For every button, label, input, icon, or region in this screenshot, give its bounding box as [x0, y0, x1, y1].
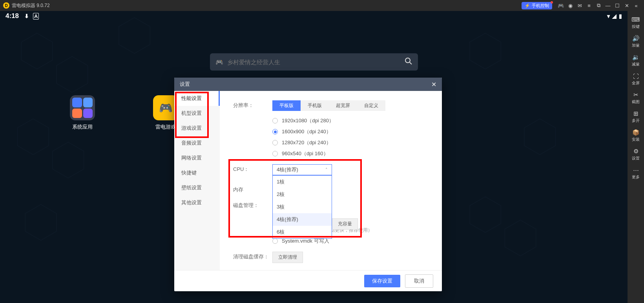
- nav-network[interactable]: 网络设置: [174, 151, 220, 165]
- settings-nav: 性能设置 机型设置 游戏设置 音频设置 网络设置 快捷键 壁纸设置 其他设置: [174, 91, 220, 270]
- app-logo-icon: D: [3, 2, 9, 9]
- dialog-titlebar: 设置 ✕: [174, 78, 442, 91]
- apk-icon: 📦: [632, 129, 640, 136]
- multi-icon: ⊞: [633, 110, 639, 117]
- mail-icon[interactable]: ✉: [575, 1, 584, 10]
- dialog-title: 设置: [180, 81, 190, 88]
- tool-label: 安装: [632, 137, 640, 142]
- maximize-button[interactable]: ☐: [613, 1, 622, 10]
- radio-label: 960x540（dpi 160）: [282, 150, 328, 157]
- phone-control-button[interactable]: ⚡ 手机控制: [522, 2, 552, 9]
- nav-wallpaper[interactable]: 壁纸设置: [174, 180, 220, 195]
- popout-icon[interactable]: ⧉: [594, 1, 603, 10]
- tab-custom[interactable]: 自定义: [357, 100, 385, 111]
- nav-other[interactable]: 其他设置: [174, 195, 220, 210]
- tool-install[interactable]: 📦安装: [628, 126, 644, 145]
- tool-label: 更多: [632, 174, 640, 180]
- window-titlebar: D 雷电模拟器 9.0.72 ⚡ 手机控制 🎮 ◉ ✉ ≡ ⧉ — ☐ ✕ «: [0, 0, 644, 11]
- keyboard-icon: ⌨: [631, 16, 640, 23]
- tab-phone[interactable]: 手机版: [301, 100, 329, 111]
- cpu-option-4[interactable]: 4核(推荐): [273, 213, 332, 226]
- menu-icon[interactable]: ≡: [584, 1, 594, 10]
- chevron-up-icon: ˄: [325, 167, 328, 172]
- search-input[interactable]: [227, 59, 405, 65]
- cpu-dropdown: 1核 2核 3核 4核(推荐) 6核: [272, 175, 332, 239]
- gamepad-icon[interactable]: 🎮: [556, 1, 566, 10]
- nav-audio[interactable]: 音频设置: [174, 136, 220, 151]
- radio-label: 1920x1080（dpi 280）: [282, 117, 334, 124]
- disk-label: 磁盘管理：: [233, 200, 272, 209]
- volume-up-icon: 🔊: [632, 35, 640, 42]
- tab-tablet[interactable]: 平板版: [272, 100, 301, 111]
- cpu-select[interactable]: 4核(推荐) ˄ 1核 2核 3核 4核(推荐) 6核: [272, 164, 332, 175]
- svg-line-1: [410, 62, 412, 64]
- resolution-label: 分辨率：: [233, 100, 272, 109]
- close-window-button[interactable]: ✕: [622, 1, 631, 10]
- search-icon[interactable]: [405, 57, 412, 67]
- tool-label: 多开: [632, 118, 640, 123]
- dialog-footer: 保存设置 取消: [174, 270, 442, 291]
- gamepad-icon: 🎮: [215, 58, 223, 66]
- tool-label: 全屏: [632, 80, 640, 86]
- save-settings-button[interactable]: 保存设置: [364, 275, 400, 287]
- memory-label: 内存: [233, 185, 272, 193]
- android-status-bar: 4:18 ⬇ A ▾ ◢ ▮: [0, 11, 628, 21]
- tool-label: 设置: [632, 156, 640, 161]
- tool-keymap[interactable]: ⌨按键: [628, 13, 644, 32]
- cpu-option-1[interactable]: 1核: [273, 176, 332, 188]
- wifi-icon: ▾: [607, 13, 610, 19]
- tool-multiopen[interactable]: ⊞多开: [628, 107, 644, 126]
- close-dialog-button[interactable]: ✕: [431, 81, 436, 88]
- tool-volume-down[interactable]: 🔉减量: [628, 51, 644, 70]
- settings-dialog: 设置 ✕ 性能设置 机型设置 游戏设置 音频设置 网络设置 快捷键 壁纸设置 其…: [174, 78, 442, 291]
- cpu-selected-value: 4核(推荐): [277, 166, 298, 173]
- nav-game[interactable]: 游戏设置: [174, 121, 220, 136]
- cancel-button[interactable]: 取消: [405, 274, 433, 288]
- system-apps-folder[interactable]: 系统应用: [67, 95, 98, 131]
- app-title: 雷电模拟器 9.0.72: [12, 2, 50, 9]
- cpu-option-3[interactable]: 3核: [273, 201, 332, 213]
- clear-cache-button[interactable]: 立即清理: [272, 252, 303, 263]
- res-1600[interactable]: 1600x900（dpi 240）: [272, 128, 385, 135]
- account-icon[interactable]: ◉: [566, 1, 575, 10]
- signal-icon: ◢: [612, 13, 617, 19]
- nav-model[interactable]: 机型设置: [174, 106, 220, 121]
- tool-volume-up[interactable]: 🔊加量: [628, 32, 644, 51]
- tool-settings[interactable]: ⚙设置: [628, 145, 644, 164]
- volume-down-icon: 🔉: [632, 54, 640, 61]
- search-bar[interactable]: 🎮: [210, 53, 418, 71]
- mini-icon: [83, 98, 93, 107]
- clock: 4:18: [5, 12, 19, 20]
- nav-shortcut[interactable]: 快捷键: [174, 165, 220, 180]
- radio-label: 1280x720（dpi 240）: [282, 139, 331, 146]
- settings-content: 分辨率： 平板版 手机版 超宽屏 自定义 1920x1080（dpi 280） …: [220, 91, 442, 270]
- phone-control-label: 手机控制: [532, 3, 549, 9]
- emulator-desktop: 4:18 ⬇ A ▾ ◢ ▮ 🎮 系统应用: [0, 11, 628, 303]
- gear-icon: ⚙: [633, 148, 639, 155]
- tool-fullscreen[interactable]: ⛶全屏: [628, 70, 644, 89]
- tab-ultrawide[interactable]: 超宽屏: [329, 100, 357, 111]
- expand-capacity-button[interactable]: 充容量: [332, 218, 358, 230]
- resolution-tabs: 平板版 手机版 超宽屏 自定义: [272, 100, 385, 111]
- mini-icon: [83, 109, 93, 118]
- collapse-sidebar-button[interactable]: «: [631, 1, 641, 10]
- res-1280[interactable]: 1280x720（dpi 240）: [272, 139, 385, 146]
- clear-cache-label: 清理磁盘缓存：: [233, 252, 272, 260]
- tool-label: 按键: [632, 24, 640, 29]
- cpu-option-6[interactable]: 6核: [273, 226, 332, 238]
- battery-icon: ▮: [619, 13, 622, 19]
- mini-icon: [72, 98, 82, 107]
- minimize-button[interactable]: —: [603, 1, 613, 10]
- res-960[interactable]: 960x540（dpi 160）: [272, 150, 385, 157]
- tool-more[interactable]: ⋯更多: [628, 164, 644, 183]
- fullscreen-icon: ⛶: [633, 73, 639, 80]
- scissors-icon: ✂: [633, 91, 639, 98]
- tool-label: 截图: [632, 99, 640, 105]
- tool-label: 加量: [632, 43, 640, 48]
- nav-performance[interactable]: 性能设置: [174, 91, 220, 106]
- tool-screenshot[interactable]: ✂截图: [628, 89, 644, 107]
- res-1920[interactable]: 1920x1080（dpi 280）: [272, 117, 385, 124]
- icon-label: 系统应用: [67, 123, 98, 131]
- cpu-option-2[interactable]: 2核: [273, 188, 332, 201]
- more-icon: ⋯: [633, 167, 639, 174]
